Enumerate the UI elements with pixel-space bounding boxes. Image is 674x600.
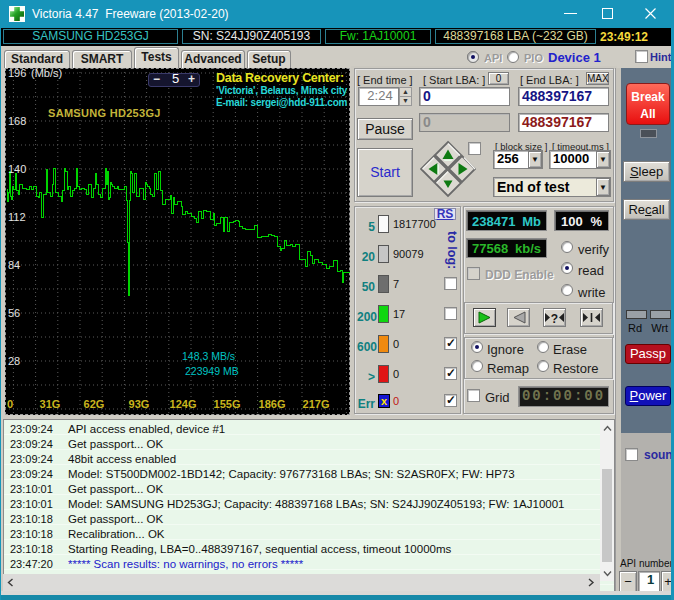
svg-text:140: 140 [8, 163, 26, 175]
svg-text:84: 84 [8, 259, 20, 271]
svg-text:28: 28 [8, 355, 20, 367]
svg-text:0: 0 [7, 398, 13, 410]
svg-text:62G: 62G [84, 398, 105, 410]
svg-text:?: ? [551, 312, 558, 325]
svg-text:31G: 31G [40, 398, 61, 410]
svg-text:217G: 217G [303, 398, 330, 410]
svg-text:186G: 186G [259, 398, 286, 410]
svg-text:56: 56 [8, 307, 20, 319]
svg-text:112: 112 [8, 211, 26, 223]
svg-text:155G: 155G [214, 398, 241, 410]
svg-text:168: 168 [8, 115, 26, 127]
svg-text:(Mb/s): (Mb/s) [31, 68, 62, 79]
svg-text:124G: 124G [170, 398, 197, 410]
svg-text:196: 196 [8, 68, 26, 79]
svg-text:93G: 93G [129, 398, 150, 410]
